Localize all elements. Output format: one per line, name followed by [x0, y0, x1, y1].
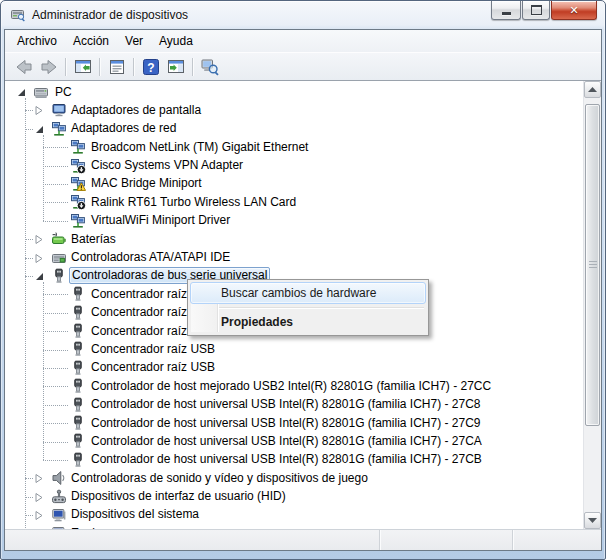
tree-row-ralink-rt61-turbo-wireless-lan-card[interactable]: Ralink RT61 Turbo Wireless LAN Card [5, 193, 584, 211]
tree-row-label[interactable]: Cisco Systems VPN Adapter [89, 158, 245, 173]
context-menu-item-buscar-cambios-de-hardware[interactable]: Buscar cambios de hardware [190, 282, 426, 304]
tree-row-controlador-de-host-mejorado-usb2-intel-r-82801g-familia-ich7-27cc[interactable]: Controlador de host mejorado USB2 Intel(… [5, 377, 584, 395]
arrow-right-icon [39, 57, 59, 77]
tree-row-adaptadores-de-pantalla[interactable]: Adaptadores de pantalla [5, 101, 584, 119]
battery-icon [51, 231, 67, 247]
tree-row-label[interactable]: Controlador de host universal USB Intel(… [89, 397, 483, 412]
properties-icon [107, 57, 127, 77]
tree-row-controlador-de-host-universal-usb-intel-r-82801g-familia-ich7-27c8[interactable]: Controlador de host universal USB Intel(… [5, 396, 584, 414]
tree-row-controladoras-ata-atapi-ide[interactable]: Controladoras ATA/ATAPI IDE [5, 249, 584, 267]
tree-row-label[interactable]: Concentrador raíz USB [89, 342, 217, 357]
tree-row-label[interactable]: Baterías [69, 232, 118, 247]
help-button[interactable]: ? [138, 56, 163, 78]
tree-row-label[interactable]: Dispositivos del sistema [69, 507, 201, 522]
tree-row-broadcom-netlink-tm-gigabit-ethernet[interactable]: Broadcom NetLink (TM) Gigabit Ethernet [5, 138, 584, 156]
tree-row-dispositivos-de-interfaz-de-usuario-hid[interactable]: Dispositivos de interfaz de usuario (HID… [5, 488, 584, 506]
expander-collapsed-icon[interactable] [35, 511, 44, 520]
forward-button[interactable] [36, 56, 61, 78]
statusbar [5, 529, 601, 550]
minimize-button[interactable] [491, 1, 521, 20]
context-menu: Buscar cambios de hardwarePropiedades [187, 279, 429, 336]
minimize-icon [502, 12, 511, 15]
statusbar-pane [513, 530, 601, 550]
menu-archivo[interactable]: Archivo [9, 31, 65, 51]
display-adapter-icon [51, 102, 67, 118]
back-button[interactable] [11, 56, 36, 78]
menu-ver[interactable]: Ver [117, 31, 151, 51]
scan-hardware-icon [200, 57, 220, 77]
network-adapter-icon [70, 139, 86, 155]
usb-icon [70, 452, 86, 468]
properties-button[interactable] [104, 56, 129, 78]
expander-collapsed-icon[interactable] [35, 235, 44, 244]
arrow-left-icon [14, 57, 34, 77]
tree-row-label[interactable]: Adaptadores de red [69, 121, 178, 136]
tree-row-label[interactable]: Controladoras de sonido y vídeo y dispos… [69, 471, 370, 486]
tree-row-label[interactable]: Controlador de host universal USB Intel(… [89, 452, 484, 467]
tree-row-label[interactable]: Controlador de host universal USB Intel(… [89, 434, 484, 449]
expander-collapsed-icon[interactable] [35, 474, 44, 483]
context-menu-items: Buscar cambios de hardwarePropiedades [190, 282, 426, 333]
vertical-scrollbar[interactable] [583, 81, 601, 529]
tree-row-label[interactable]: Dispositivos de interfaz de usuario (HID… [69, 489, 288, 504]
scrollbar-gripper [589, 261, 597, 269]
usb-icon [51, 268, 67, 284]
close-button[interactable]: ✕ [551, 1, 597, 20]
tree-row-controlador-de-host-universal-usb-intel-r-82801g-familia-ich7-27ca[interactable]: Controlador de host universal USB Intel(… [5, 432, 584, 450]
network-adapter-warning-icon [70, 176, 86, 192]
tree-row-baterias[interactable]: Baterías [5, 230, 584, 248]
expander-collapsed-icon[interactable] [35, 106, 44, 115]
tree-row-controlador-de-host-universal-usb-intel-r-82801g-familia-ich7-27cb[interactable]: Controlador de host universal USB Intel(… [5, 451, 584, 469]
scroll-up-button[interactable] [584, 81, 601, 98]
expander-expanded-icon[interactable] [35, 125, 44, 134]
tree-row-label[interactable]: MAC Bridge Miniport [89, 176, 204, 191]
scroll-down-button[interactable] [584, 512, 601, 529]
show-action-pane-button[interactable] [163, 56, 188, 78]
hid-icon [51, 489, 67, 505]
tree-row-controladoras-de-sonido-y-video-y-dispositivos-de-juego[interactable]: Controladoras de sonido y vídeo y dispos… [5, 469, 584, 487]
tree-row-label[interactable]: PC [53, 85, 74, 100]
usb-icon [70, 397, 86, 413]
console-tree-icon [73, 57, 93, 77]
tree-row-concentrador-raiz-usb[interactable]: Concentrador raíz USB [5, 340, 584, 358]
tree-row-virtualwifi-miniport-driver[interactable]: VirtualWiFi Miniport Driver [5, 212, 584, 230]
tree-row-label[interactable]: Equipo [69, 526, 110, 529]
expander-collapsed-icon[interactable] [35, 493, 44, 502]
expander-expanded-icon[interactable] [35, 272, 44, 281]
statusbar-pane [5, 530, 380, 550]
context-menu-item-propiedades[interactable]: Propiedades [190, 311, 426, 333]
scan-hardware-changes-button[interactable] [197, 56, 222, 78]
show-console-tree-button[interactable] [70, 56, 95, 78]
expander-collapsed-icon[interactable] [35, 254, 44, 263]
tree-row-label[interactable]: Adaptadores de pantalla [69, 103, 203, 118]
tree-row-label[interactable]: VirtualWiFi Miniport Driver [89, 213, 232, 228]
tree-row-label[interactable]: Ralink RT61 Turbo Wireless LAN Card [89, 195, 298, 210]
tree-row-cisco-systems-vpn-adapter[interactable]: Cisco Systems VPN Adapter [5, 157, 584, 175]
expander-expanded-icon[interactable] [17, 88, 26, 97]
tree-row-mac-bridge-miniport[interactable]: MAC Bridge Miniport [5, 175, 584, 193]
action-pane-icon [166, 57, 186, 77]
usb-icon [70, 286, 86, 302]
tree-row-label[interactable]: Controlador de host mejorado USB2 Intel(… [89, 379, 493, 394]
tree-row-label[interactable]: Controladoras ATA/ATAPI IDE [69, 250, 232, 265]
usb-icon [70, 323, 86, 339]
network-adapter-disabled-icon [70, 158, 86, 174]
tree-row-dispositivos-del-sistema[interactable]: Dispositivos del sistema [5, 506, 584, 524]
tree-row-adaptadores-de-red[interactable]: Adaptadores de red [5, 120, 584, 138]
scrollbar-thumb[interactable] [585, 104, 600, 426]
tree-row-label[interactable]: Broadcom NetLink (TM) Gigabit Ethernet [89, 140, 310, 155]
maximize-button[interactable] [522, 1, 550, 20]
tree-row-label[interactable]: Controlador de host universal USB Intel(… [89, 416, 483, 431]
tree-row-equipo[interactable]: Equipo [5, 524, 584, 529]
tree-row-controlador-de-host-universal-usb-intel-r-82801g-familia-ich7-27c9[interactable]: Controlador de host universal USB Intel(… [5, 414, 584, 432]
tree-row-pc[interactable]: PC [5, 83, 584, 101]
menubar: ArchivoAcciónVerAyuda [5, 30, 601, 52]
system-device-icon [51, 507, 67, 523]
tree-row-concentrador-raiz-usb[interactable]: Concentrador raíz USB [5, 359, 584, 377]
tree-row-label[interactable]: Concentrador raíz USB [89, 360, 217, 375]
menu-accion[interactable]: Acción [65, 31, 117, 51]
usb-icon [70, 415, 86, 431]
menu-ayuda[interactable]: Ayuda [151, 31, 201, 51]
titlebar[interactable]: Administrador de dispositivos ✕ [1, 1, 605, 29]
close-icon: ✕ [569, 5, 578, 16]
